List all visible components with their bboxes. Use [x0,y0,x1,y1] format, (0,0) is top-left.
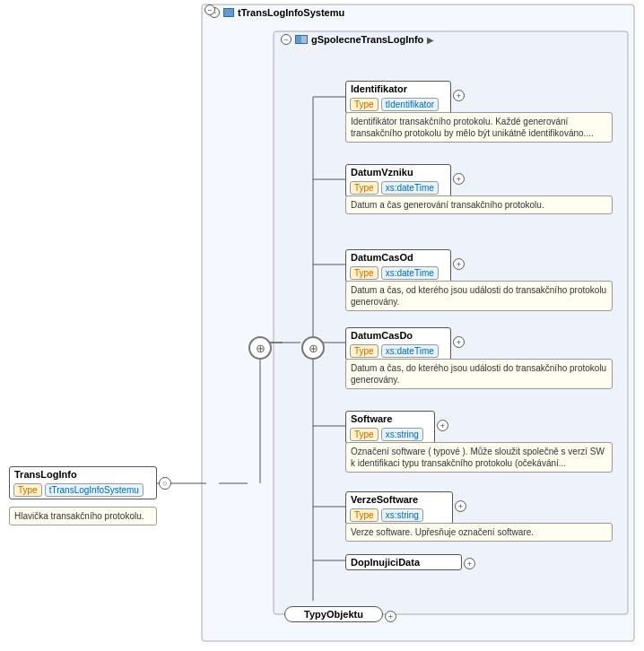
sequence-connector-main: ⊕ [248,336,272,360]
software-plus[interactable]: + [437,420,448,431]
datum-vzniku-type-row: Type xs:dateTime [346,179,450,196]
outer-minus-icon[interactable]: − [205,4,215,15]
datum-cas-od-desc: Datum a čas, od kterého jsou události do… [345,281,613,311]
verze-software-desc: Verze software. Upřesňuje označení softw… [345,523,613,542]
root-title: − tTransLogInfoSystemu [209,7,344,18]
identifikator-plus[interactable]: + [453,90,465,101]
identifikator-type-row: Type tIdentifikator [346,96,450,113]
group-title-text: gSpolecneTransLogInfo [311,34,423,45]
datum-cas-od-plus[interactable]: + [453,258,465,270]
verze-software-plus[interactable]: + [455,500,466,512]
datum-cas-do-type-row: Type xs:dateTime [346,343,450,360]
trans-log-info-type-row: Type tTransLogInfoSystemu [10,482,156,499]
identifikator-header: Identifikator [346,82,450,96]
identifikator-desc: Identifikátor transakčního protokolu. Ka… [345,112,613,143]
software-type-label: Type [350,428,379,441]
software-desc: Označení software ( typové ). Může slouž… [345,442,613,473]
identifikator-box: Identifikator Type tIdentifikator [345,81,451,114]
connector-lines [0,0,644,651]
root-icon [223,8,234,17]
datum-vzniku-header: DatumVzniku [346,165,450,179]
datum-cas-do-plus[interactable]: + [453,336,465,348]
typy-objektu-box: TypyObjektu [284,606,383,622]
trans-log-info-type-value: tTransLogInfoSystemu [45,483,144,497]
datum-cas-od-type-row: Type xs:dateTime [346,265,450,282]
software-box: Software Type xs:string [345,411,435,444]
datum-cas-od-header: DatumCasOd [346,250,450,265]
datum-vzniku-box: DatumVzniku Type xs:dateTime [345,164,451,197]
trans-log-info-type-label: Type [13,483,42,497]
doplnujici-data-plus[interactable]: + [464,558,475,569]
identifikator-type-label: Type [350,98,379,111]
datum-cas-do-box: DatumCasDo Type xs:dateTime [345,327,451,360]
datum-cas-do-desc: Datum a čas, do kterého jsou události do… [345,359,613,389]
verze-software-header: VerzeSoftware [346,492,452,507]
datum-cas-od-type-label: Type [350,266,379,280]
datum-cas-od-type-value: xs:dateTime [381,266,439,280]
software-type-row: Type xs:string [346,426,434,443]
datum-vzniku-type-value: xs:dateTime [381,181,439,195]
group-icon [295,35,308,44]
identifikator-type-value: tIdentifikator [381,98,439,111]
datum-vzniku-desc: Datum a čas generování transakčního prot… [345,195,613,214]
verze-software-box: VerzeSoftware Type xs:string [345,491,453,525]
group-title: − gSpolecneTransLogInfo ▶ [281,34,434,45]
group-nav-icon[interactable]: ▶ [427,35,434,45]
verze-software-type-value: xs:string [381,508,423,522]
datum-cas-do-header: DatumCasDo [346,328,450,343]
root-title-text: tTransLogInfoSystemu [238,7,344,18]
software-type-value: xs:string [381,428,423,441]
doplnujici-data-header: DoplnujiciData [346,555,461,569]
typy-objektu-header: TypyObjektu [285,607,382,621]
canvas: − tTransLogInfoSystemu TransLogInfo Type… [0,0,644,651]
trans-log-info-desc: Hlavička transakčního protokolu. [9,507,157,525]
verze-software-type-label: Type [350,508,379,522]
verze-software-type-row: Type xs:string [346,507,452,524]
datum-vzniku-type-label: Type [350,181,379,195]
datum-cas-do-type-value: xs:dateTime [381,344,439,358]
datum-cas-do-type-label: Type [350,344,379,358]
trans-log-info-box: TransLogInfo Type tTransLogInfoSystemu [9,466,157,499]
sequence-connector-inner: ⊕ [301,336,325,360]
software-header: Software [346,412,434,426]
group-collapse-icon[interactable]: − [281,34,292,45]
datum-cas-od-box: DatumCasOd Type xs:dateTime [345,249,451,282]
datum-vzniku-plus[interactable]: + [453,173,465,185]
doplnujici-data-box: DoplnujiciData [345,554,462,570]
trans-connector-circle: ○ [159,477,171,490]
trans-log-info-header: TransLogInfo [10,467,156,482]
typy-objektu-plus[interactable]: + [385,611,396,622]
